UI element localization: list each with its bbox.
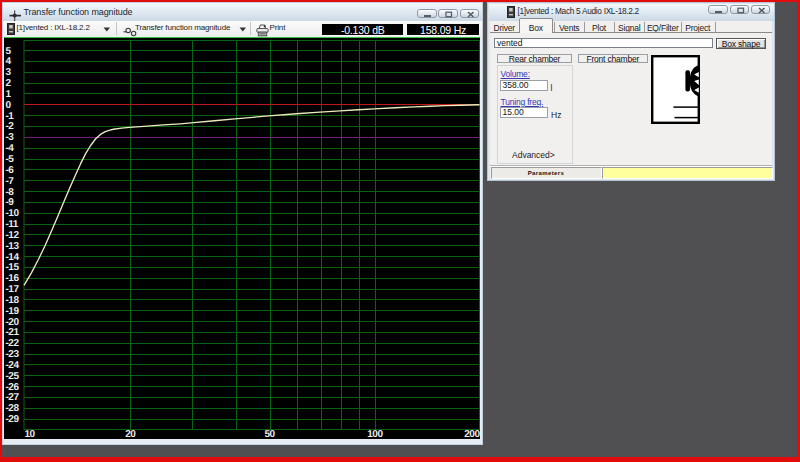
svg-text:10: 10 xyxy=(24,429,35,439)
svg-text:-18: -18 xyxy=(5,295,19,306)
svg-text:-15: -15 xyxy=(5,262,19,273)
svg-text:-7: -7 xyxy=(5,176,14,187)
svg-text:-20: -20 xyxy=(5,317,19,328)
svg-text:-12: -12 xyxy=(5,230,19,241)
svg-text:200: 200 xyxy=(464,429,480,439)
svg-text:50: 50 xyxy=(264,429,275,439)
svg-text:-27: -27 xyxy=(5,392,19,403)
svg-text:-21: -21 xyxy=(5,327,19,338)
svg-text:-26: -26 xyxy=(5,382,19,393)
svg-text:-22: -22 xyxy=(5,338,19,349)
svg-text:-24: -24 xyxy=(5,360,19,371)
svg-text:-23: -23 xyxy=(5,349,19,360)
svg-text:-6: -6 xyxy=(5,165,14,176)
svg-text:-5: -5 xyxy=(5,154,14,165)
svg-text:-9: -9 xyxy=(5,197,14,208)
svg-text:-19: -19 xyxy=(5,306,19,317)
svg-text:-25: -25 xyxy=(5,371,19,382)
svg-text:-17: -17 xyxy=(5,284,19,295)
svg-text:-29: -29 xyxy=(5,414,19,425)
svg-text:-4: -4 xyxy=(5,143,14,154)
svg-text:-2: -2 xyxy=(5,121,14,132)
svg-text:20: 20 xyxy=(125,429,136,439)
svg-text:-10: -10 xyxy=(5,208,19,219)
svg-text:-28: -28 xyxy=(5,403,19,414)
svg-text:-8: -8 xyxy=(5,187,14,198)
svg-text:-13: -13 xyxy=(5,241,19,252)
svg-text:-1: -1 xyxy=(5,111,14,122)
svg-text:-16: -16 xyxy=(5,273,19,284)
svg-text:100: 100 xyxy=(367,429,383,439)
svg-text:-3: -3 xyxy=(5,132,14,143)
svg-text:-14: -14 xyxy=(5,252,19,263)
svg-text:-11: -11 xyxy=(5,219,18,230)
